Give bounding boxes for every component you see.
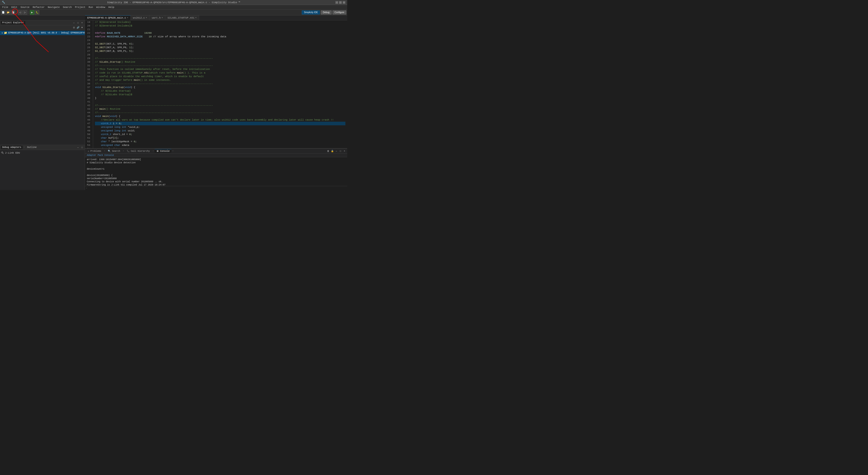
console-tab[interactable]: 🖥 Console bbox=[155, 149, 171, 153]
console-minimize-btn[interactable]: – bbox=[335, 149, 338, 153]
editor-tab-uart-close[interactable]: × bbox=[162, 17, 163, 19]
project-explorer-tab-bar: Project Explorer – □ × bbox=[0, 20, 85, 25]
toolbar-open-button[interactable]: 📂 bbox=[6, 10, 10, 15]
code-line-32: // This function is called immediately a… bbox=[95, 67, 345, 71]
close-button[interactable]: × bbox=[343, 1, 345, 4]
view-menu-btn[interactable]: ▼ bbox=[80, 26, 84, 29]
menu-navigate[interactable]: Navigate bbox=[46, 5, 61, 9]
toolbar-separator-1 bbox=[17, 10, 17, 14]
code-line-43: // main() Routine bbox=[95, 107, 345, 111]
editor-tab-ws2812-close[interactable]: × bbox=[146, 17, 147, 19]
bottom-panel-maximize-btn[interactable]: □ bbox=[80, 146, 84, 149]
line-num-35: 35 bbox=[87, 78, 91, 82]
code-content[interactable]: // ${Generated Includes}// ${Generated I… bbox=[93, 20, 347, 148]
console-maximize-btn[interactable]: □ bbox=[339, 149, 342, 153]
console-close-btn[interactable]: × bbox=[343, 149, 346, 153]
console-input-bar: › bbox=[85, 186, 347, 190]
toolbar-back-button[interactable]: ◁ bbox=[18, 10, 22, 15]
editor-tab-main[interactable]: EFM88810F4G-A-QFN20_main.c × bbox=[85, 16, 131, 20]
menu-project[interactable]: Project bbox=[74, 5, 87, 9]
bottom-console: ⚠ Problems × 🔍 Search × 📞 Call Hierarchy… bbox=[85, 148, 347, 190]
code-line-47: uint8_t i = 0; bbox=[95, 122, 345, 125]
title-bar-icon: 🔧 bbox=[2, 1, 5, 4]
menu-help[interactable]: Help bbox=[107, 5, 116, 9]
editor-tab-main-close[interactable]: × bbox=[127, 17, 128, 19]
code-line-52: char * lastEdgeMask = 0; bbox=[95, 140, 345, 143]
code-line-20: // ${Generated Includes}$ bbox=[95, 24, 345, 28]
line-numbers: 1920212223242526272829303132333435363738… bbox=[85, 20, 93, 148]
simplicity-ide-perspective[interactable]: Simplicity IDE bbox=[302, 10, 320, 14]
editor-tab-ws2812-label: ws2812.c bbox=[133, 17, 145, 19]
code-line-28 bbox=[95, 53, 345, 57]
panel-minimize-btn[interactable]: – bbox=[72, 21, 76, 25]
console-line-0: arrived: 1366:1015#007:004[00026100S860] bbox=[87, 158, 345, 161]
console-header: Adapter Pack Console bbox=[85, 154, 347, 157]
menu-refactor[interactable]: Refactor bbox=[31, 5, 46, 9]
editor-tab-silabs-label: SILABS_STARTUP.A51 bbox=[167, 17, 194, 19]
editor-tab-ws2812[interactable]: ws2812.c × bbox=[131, 16, 149, 20]
toolbar-new-button[interactable]: 📄 bbox=[1, 10, 5, 15]
line-num-31: 31 bbox=[87, 64, 91, 67]
code-line-36: //--------------------------------------… bbox=[95, 82, 345, 86]
panel-maximize-btn[interactable]: □ bbox=[76, 21, 80, 25]
console-input[interactable] bbox=[88, 187, 346, 189]
editor-tab-silabs-close[interactable]: × bbox=[195, 17, 196, 19]
code-line-51: char buf[2]; bbox=[95, 136, 345, 140]
code-line-41 bbox=[95, 100, 345, 103]
console-scroll-lock-btn[interactable]: 🔒 bbox=[331, 149, 334, 153]
console-prompt: › bbox=[86, 187, 88, 189]
project-tree-root[interactable]: ▶ 📁 EFM88810F4G-A-Q80 [Keil 8051 v9.60.0… bbox=[0, 31, 85, 35]
menu-window[interactable]: Window bbox=[95, 5, 107, 9]
console-line-8: FirmwareString is J-Link V11 compiled Ju… bbox=[87, 183, 345, 186]
collapse-all-btn[interactable]: ⊟ bbox=[72, 26, 76, 29]
restore-button[interactable]: □ bbox=[339, 1, 342, 4]
code-line-39: // ${SiLabs Startup}$ bbox=[95, 93, 345, 96]
code-line-50: uint8_t short_id = 0; bbox=[95, 132, 345, 136]
toolbar-right: Simplicity IDE Debug Configure bbox=[302, 10, 346, 14]
configure-perspective[interactable]: Configure bbox=[333, 10, 346, 14]
project-tree: ▶ 📁 EFM88810F4G-A-Q80 [Keil 8051 v9.60.0… bbox=[0, 30, 85, 145]
toolbar-forward-button[interactable]: ▷ bbox=[23, 10, 27, 15]
bottom-panel-minimize-btn[interactable]: – bbox=[76, 146, 80, 149]
console-line-3: deviceCount=1 bbox=[87, 168, 345, 171]
minimize-button[interactable]: – bbox=[336, 1, 338, 4]
left-panel: Project Explorer – □ × ⊟ 🔗 ▼ ▶ 📁 EFM8881… bbox=[0, 20, 85, 190]
menu-search[interactable]: Search bbox=[61, 5, 73, 9]
line-num-19: 19 bbox=[87, 20, 91, 24]
line-num-38: 38 bbox=[87, 89, 91, 93]
menu-source[interactable]: Source bbox=[19, 5, 31, 9]
menu-run[interactable]: Run bbox=[87, 5, 94, 9]
editor-tab-silabs[interactable]: SILABS_STARTUP.A51 × bbox=[165, 16, 199, 20]
project-explorer-tab[interactable]: Project Explorer bbox=[1, 21, 25, 24]
outline-tab[interactable]: Outline bbox=[26, 146, 38, 149]
code-line-53: unsigned char xdata bbox=[95, 143, 345, 147]
toolbar-build-button[interactable]: ▶ bbox=[30, 10, 34, 15]
code-line-26: SI_SBIT(DET_A, SFR_P0, 1); bbox=[95, 46, 345, 49]
line-num-52: 52 bbox=[87, 140, 91, 143]
editor-tab-bar: EFM88810F4G-A-QFN20_main.c × ws2812.c × … bbox=[0, 16, 347, 20]
debug-adapters-tab[interactable]: Debug Adapters bbox=[1, 146, 23, 149]
code-line-27: SI_SBIT(DET_B, SFR_P1, 5); bbox=[95, 49, 345, 53]
code-area: 1920212223242526272829303132333435363738… bbox=[85, 20, 347, 190]
code-line-40: } bbox=[95, 96, 345, 100]
menu-edit[interactable]: Edit bbox=[10, 5, 19, 9]
debug-perspective[interactable]: Debug bbox=[321, 10, 331, 14]
editor-tab-uart-label: uart.h bbox=[152, 17, 161, 19]
menu-file[interactable]: File bbox=[1, 5, 9, 9]
toolbar-debug-button[interactable]: 🐛 bbox=[35, 10, 39, 15]
code-line-29: //--------------------------------------… bbox=[95, 57, 345, 60]
line-num-25: 25 bbox=[87, 42, 91, 46]
search-tab[interactable]: 🔍 Search bbox=[106, 149, 122, 153]
line-num-43: 43 bbox=[87, 107, 91, 111]
panel-close-btn[interactable]: × bbox=[80, 21, 84, 25]
call-hierarchy-tab[interactable]: 📞 Call Hierarchy bbox=[125, 149, 152, 153]
code-editor[interactable]: 1920212223242526272829303132333435363738… bbox=[85, 20, 347, 148]
toolbar-save-button[interactable]: 💾 bbox=[11, 10, 16, 15]
editor-tab-uart[interactable]: uart.h × bbox=[149, 16, 165, 20]
console-clear-btn[interactable]: 🗑 bbox=[327, 149, 330, 153]
code-line-38: // ${SiLabs Startup} bbox=[95, 89, 345, 93]
line-num-30: 30 bbox=[87, 60, 91, 64]
code-line-48: unsigned long int *uuid_p; bbox=[95, 125, 345, 129]
link-with-editor-btn[interactable]: 🔗 bbox=[76, 26, 80, 29]
problems-tab[interactable]: ⚠ Problems bbox=[86, 149, 103, 153]
